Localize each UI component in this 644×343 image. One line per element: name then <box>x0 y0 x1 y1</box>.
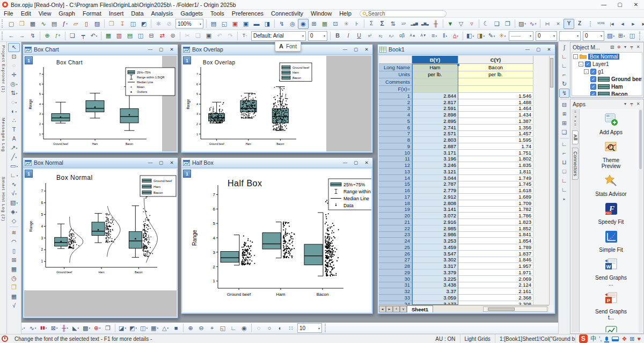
data-cell-b[interactable]: 3.459 <box>412 244 458 251</box>
data-cell-c[interactable]: 1.811 <box>458 169 533 175</box>
box-chart-titlebar[interactable]: Box Chart — ▢ ✕ <box>23 45 178 55</box>
cursor-tool[interactable]: ◌▾ <box>8 98 20 107</box>
data-cell-b[interactable]: 3.171 <box>412 150 458 156</box>
region-zoom-button[interactable]: ◉ <box>239 323 250 333</box>
point-size-dropdown[interactable]: 10▾ <box>297 323 322 333</box>
data-cell-c[interactable]: 1.971 <box>458 269 533 276</box>
undo-history-button[interactable]: ↶▾ <box>89 31 99 41</box>
frame-left-red-tool[interactable]: ∟ <box>559 176 569 185</box>
row-index[interactable]: 4 <box>379 112 412 118</box>
layer-badge[interactable]: 1 <box>25 56 33 64</box>
subsuper-button[interactable]: x₂² <box>386 31 397 41</box>
new-layout-button[interactable]: ▱ <box>70 19 81 29</box>
print-preview-button[interactable]: ◱ <box>219 19 230 29</box>
data-cell-b[interactable]: 2.985 <box>412 225 458 232</box>
data-cell-c[interactable]: 1.789 <box>458 244 533 251</box>
layer-badge[interactable]: 1 <box>25 170 33 178</box>
grid-tool[interactable]: ▦ <box>8 292 20 301</box>
data-cell-b[interactable]: 2.844 <box>412 93 458 99</box>
insert-row-button[interactable]: ⊟ <box>146 31 157 41</box>
zoom-out-button[interactable]: ⊖ <box>196 323 207 333</box>
data-cell-b[interactable]: 3.044 <box>412 175 458 181</box>
om-close-icon[interactable]: ✕ <box>635 45 641 49</box>
insert-object-tool[interactable]: ◈▾ <box>8 207 20 216</box>
menu-connectivity[interactable]: Connectivity <box>267 10 307 17</box>
box-chart-minimize-button[interactable]: — <box>146 46 155 53</box>
data-cell-c[interactable]: 1.749 <box>458 175 533 181</box>
frame-u-tool[interactable]: ⊔ <box>559 158 569 167</box>
data-cell-b[interactable]: 2.741 <box>412 125 458 131</box>
col-stats-button[interactable]: ▥ <box>114 31 125 41</box>
dock-nav-icon[interactable]: ▸ <box>574 119 576 123</box>
book1-close-button[interactable]: ✕ <box>545 46 553 53</box>
data-cell-c[interactable]: 1.745 <box>458 181 533 188</box>
zoom-dropdown[interactable]: 100%▾ <box>175 19 203 28</box>
row-index[interactable]: 6 <box>379 125 412 131</box>
column-header-c[interactable]: C(Y) <box>458 56 533 64</box>
plot-contour-button[interactable]: ▩▾ <box>81 323 92 333</box>
move-col-button[interactable]: ⇄ <box>157 31 167 41</box>
y-mode-button[interactable]: Y <box>564 19 574 29</box>
save-button[interactable]: ◫ <box>128 19 138 29</box>
expander-icon[interactable]: - <box>579 62 583 67</box>
data-cell-c[interactable]: 1.802 <box>458 156 533 163</box>
dock-tab-project-explorer-1-[interactable]: Project Explorer (1) <box>1 45 6 93</box>
app-minimize-button[interactable]: — <box>596 0 612 9</box>
row-index[interactable]: 13 <box>379 169 412 175</box>
dock-tab-smart-hint-log-2-[interactable]: Smart Hint Log (2) <box>1 177 6 221</box>
apps-pin-icon[interactable]: ┯ <box>628 101 635 106</box>
tile-grid-tool[interactable]: ⊞ <box>559 110 569 119</box>
apps-grid-icon[interactable]: ⊞ <box>630 336 634 342</box>
data-cell-b[interactable]: 3.379 <box>412 269 458 276</box>
frame-left-tool[interactable]: ∟ <box>559 140 569 149</box>
label-cell-b[interactable]: per lb. <box>412 71 458 79</box>
app-center-button[interactable]: ✱ <box>153 19 164 29</box>
frame-box-tool[interactable]: □ <box>559 167 569 176</box>
row-index[interactable]: 17 <box>379 194 412 200</box>
rescale-tool[interactable]: ↻ <box>559 79 569 89</box>
send-powerpoint-button[interactable]: ▣ <box>230 19 240 29</box>
copy-page-button[interactable]: ❏ <box>492 19 502 29</box>
tile-grid2-tool[interactable]: ⊞ <box>559 119 569 128</box>
plot-template-button[interactable]: ❐ <box>103 323 113 333</box>
data-cell-c[interactable]: 1.841 <box>458 232 533 238</box>
app-item-add-apps[interactable]: Add Apps <box>594 112 629 135</box>
equation2-tool[interactable]: √ <box>8 301 20 310</box>
search-box[interactable] <box>360 10 447 17</box>
apps-close-icon[interactable]: ✕ <box>635 101 641 106</box>
data-cell-c[interactable]: 2.368 <box>458 295 533 301</box>
apps-scrollbar[interactable] <box>639 109 642 332</box>
find-button[interactable]: ◎ <box>287 19 298 29</box>
merge-cells-button[interactable]: ◫ <box>627 31 638 41</box>
add-panel-button[interactable]: ⊦ <box>352 19 362 29</box>
color-lines-tool[interactable]: ≋ <box>8 228 20 237</box>
data-cell-c[interactable]: 1.457 <box>458 131 533 137</box>
checkbox-checked-icon[interactable]: ✓ <box>590 91 596 97</box>
app-item-send-graphs-t-[interactable]: PSend Graphs t... <box>594 291 629 320</box>
data-cell-b[interactable]: 3.225 <box>412 276 458 282</box>
box-normal-maximize-button[interactable]: ▢ <box>157 159 165 166</box>
status-grids[interactable]: Light Grids <box>460 334 495 343</box>
app-item-stats-advisor[interactable]: Stats Advisor <box>594 174 629 197</box>
row-index[interactable]: 12 <box>379 162 412 169</box>
borders-button[interactable]: ⊞▾ <box>616 31 627 41</box>
scroll-more-icon[interactable]: ▸ <box>559 194 569 203</box>
graph-object-tool[interactable]: ▧▾ <box>8 198 20 207</box>
row-index[interactable]: 31 <box>379 282 412 289</box>
preferences-gears-button[interactable]: ✳ <box>341 19 352 29</box>
mask-points-button[interactable]: ◌ <box>253 323 264 333</box>
data-cell-b[interactable]: 3.177 <box>412 301 458 305</box>
om-add-icon[interactable]: ⊕ <box>616 45 622 49</box>
worksheet-query-button[interactable]: ⊞ <box>309 19 319 29</box>
new-axis-top-tool[interactable]: ⌐ <box>559 70 569 79</box>
clock-tool[interactable]: ◷ <box>8 274 20 283</box>
book1-horizontal-scrollbar[interactable] <box>483 306 547 312</box>
data-cell-b[interactable]: 2.808 <box>412 200 458 207</box>
row-label-header[interactable]: Comments <box>379 78 412 86</box>
chinese-input-icon[interactable]: 中 <box>590 336 596 342</box>
keyboard-icon[interactable] <box>612 337 619 341</box>
undo-button[interactable]: ↶ <box>214 31 225 41</box>
wrapped-text-tool[interactable]: A <box>8 134 20 143</box>
plot-column-button[interactable]: ▮▮▾ <box>38 323 49 333</box>
row-index[interactable]: 14 <box>379 175 412 181</box>
